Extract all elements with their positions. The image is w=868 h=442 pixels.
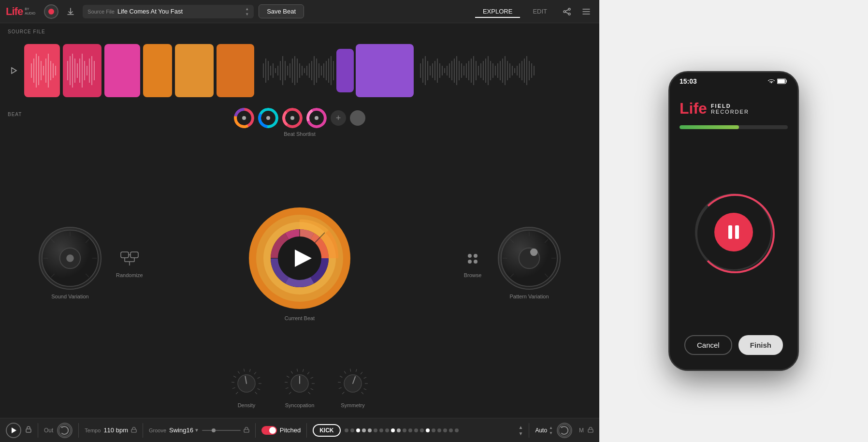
- svg-line-179: [255, 392, 257, 394]
- pattern-variation-label: Pattern Variation: [509, 294, 549, 299]
- play-button-bottom[interactable]: [6, 423, 21, 438]
- edit-tab[interactable]: EDIT: [525, 5, 555, 18]
- finish-button[interactable]: Finish: [738, 335, 783, 355]
- auto-value[interactable]: Auto: [535, 427, 547, 434]
- gray-circle-button[interactable]: [350, 110, 365, 126]
- beat-dot-15[interactable]: [426, 428, 430, 432]
- record-button[interactable]: [44, 4, 58, 19]
- svg-line-188: [303, 369, 304, 372]
- menu-button[interactable]: [579, 4, 593, 19]
- beat-shortlist-item-4[interactable]: [306, 108, 327, 128]
- beat-dot-19[interactable]: [449, 428, 453, 432]
- svg-point-155: [474, 254, 477, 258]
- waveform-track: [24, 44, 592, 97]
- phone-record-area: [695, 137, 772, 327]
- pitched-label: Pitched: [280, 427, 301, 434]
- randomize-label: Randomize: [116, 272, 143, 278]
- tempo-value[interactable]: 110 bpm: [103, 427, 128, 434]
- svg-line-204: [364, 377, 366, 379]
- randomize-button[interactable]: Randomize: [116, 248, 143, 278]
- groove-area: Groove Swing16 ▼: [149, 426, 249, 435]
- beat-dot-18[interactable]: [443, 428, 447, 432]
- phone-logo-recorder: RECORDER: [711, 109, 749, 115]
- beat-dot-1[interactable]: [345, 428, 348, 432]
- current-beat-wheel[interactable]: [246, 205, 353, 311]
- beat-dot-13[interactable]: [414, 428, 418, 432]
- tempo-lock[interactable]: [131, 426, 137, 435]
- auto-arrows[interactable]: ▲ ▼: [549, 426, 553, 435]
- phone-status-icons: [767, 78, 788, 84]
- beat-dot-20[interactable]: [455, 428, 459, 432]
- svg-rect-138: [121, 252, 129, 258]
- beat-dot-12[interactable]: [408, 428, 412, 432]
- svg-line-176: [258, 377, 260, 379]
- beat-dot-3[interactable]: [356, 428, 360, 432]
- out-knob[interactable]: [57, 423, 72, 438]
- syncopation-knob[interactable]: [283, 367, 317, 400]
- svg-point-115: [242, 116, 246, 120]
- symmetry-knob[interactable]: [336, 367, 370, 400]
- out-label: Out: [44, 427, 53, 434]
- beat-dot-10[interactable]: [397, 428, 401, 432]
- svg-point-119: [266, 116, 270, 120]
- groove-lock[interactable]: [244, 426, 249, 435]
- beat-dot-4[interactable]: [362, 428, 366, 432]
- svg-line-168: [236, 392, 238, 394]
- dots-up-down[interactable]: ▲ ▼: [518, 425, 523, 436]
- lock-button[interactable]: [25, 426, 32, 434]
- svg-line-186: [291, 371, 292, 374]
- browse-button[interactable]: Browse: [462, 248, 483, 278]
- pitched-toggle[interactable]: [261, 426, 277, 435]
- beat-dot-6[interactable]: [374, 428, 377, 432]
- phone-status-bar: 15:03: [670, 73, 797, 90]
- download-button[interactable]: [63, 4, 78, 19]
- beat-shortlist-circles: +: [234, 108, 365, 128]
- beat-dot-17[interactable]: [437, 428, 441, 432]
- svg-line-182: [289, 392, 291, 394]
- beat-dot-2[interactable]: [350, 428, 354, 432]
- auto-knob[interactable]: [557, 423, 572, 438]
- logo-by: BY: [25, 7, 35, 11]
- svg-point-157: [474, 260, 477, 264]
- kick-button[interactable]: KICK: [313, 424, 340, 437]
- beat-shortlist-item-3[interactable]: [282, 108, 303, 128]
- beat-dot-9[interactable]: [391, 428, 395, 432]
- svg-line-187: [297, 368, 298, 371]
- svg-line-206: [364, 389, 366, 390]
- explore-tab[interactable]: EXPLORE: [475, 5, 520, 18]
- svg-rect-2: [104, 44, 140, 97]
- beat-dot-16[interactable]: [432, 428, 435, 432]
- svg-marker-210: [12, 427, 16, 433]
- beat-shortlist-item-2[interactable]: [258, 108, 278, 128]
- sound-variation-knob[interactable]: [39, 227, 101, 290]
- cancel-button[interactable]: Cancel: [684, 335, 732, 355]
- groove-selector[interactable]: Swing16 ▼: [169, 427, 199, 434]
- add-beat-button[interactable]: +: [331, 110, 346, 126]
- play-source-button[interactable]: [8, 65, 19, 76]
- groove-slider-handle[interactable]: [212, 428, 216, 432]
- source-file-arrows[interactable]: ▲ ▼: [245, 7, 249, 16]
- logo-life: Life: [6, 5, 23, 18]
- beat-dot-5[interactable]: [368, 428, 372, 432]
- m-lock[interactable]: [588, 426, 593, 435]
- browse-label: Browse: [464, 272, 482, 278]
- density-knob[interactable]: [230, 367, 263, 400]
- source-file-selector[interactable]: Source File Life Comes At You Fast ▲ ▼: [83, 5, 254, 18]
- beat-dot-11[interactable]: [403, 428, 406, 432]
- svg-line-170: [231, 382, 234, 383]
- phone-time: 15:03: [680, 77, 697, 85]
- beat-shortlist-item-1[interactable]: [234, 108, 254, 128]
- beat-dot-14[interactable]: [420, 428, 424, 432]
- beat-section-title: BEAT: [8, 112, 22, 117]
- pattern-variation-knob[interactable]: [498, 227, 561, 290]
- beat-dot-7[interactable]: [379, 428, 383, 432]
- groove-slider[interactable]: [202, 430, 241, 431]
- symmetry-label: Symmetry: [341, 402, 365, 408]
- svg-line-173: [244, 368, 245, 371]
- density-knob-container: Density: [230, 367, 263, 408]
- phone-logo-sub: FIELD RECORDER: [711, 103, 749, 115]
- save-beat-button[interactable]: Save Beat: [259, 4, 304, 18]
- beat-dot-8[interactable]: [385, 428, 389, 432]
- share-button[interactable]: [560, 4, 574, 19]
- svg-point-137: [66, 254, 74, 262]
